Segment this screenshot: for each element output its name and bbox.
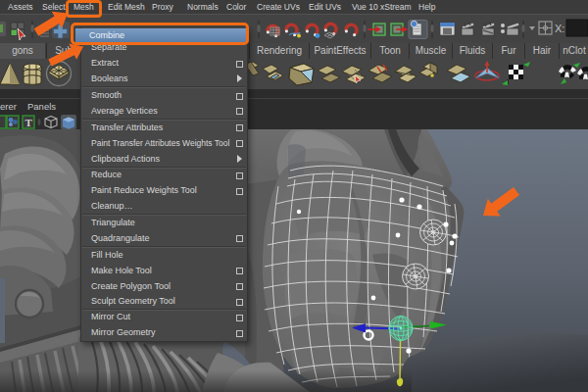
- svg-text:T: T: [25, 117, 33, 128]
- svg-text:X:: X:: [555, 23, 564, 34]
